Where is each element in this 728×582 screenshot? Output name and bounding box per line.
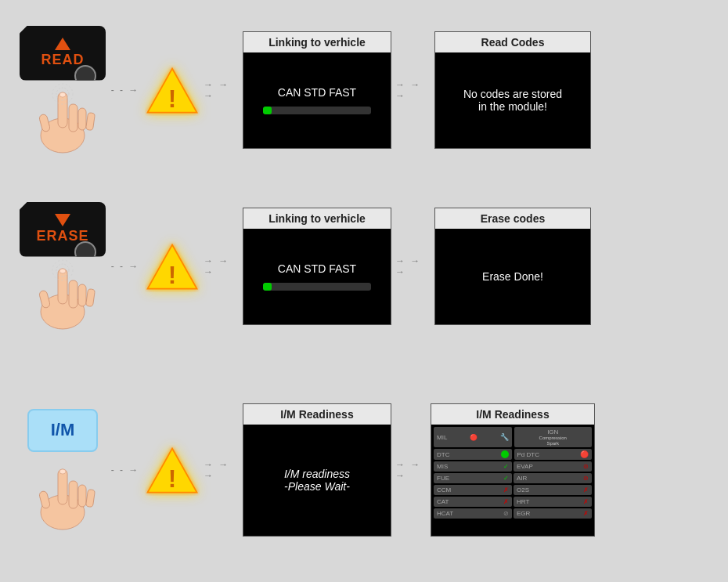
o2s-cell: O2S ✗ <box>514 485 592 495</box>
erasecodes-header: Erase codes <box>435 208 590 229</box>
cat-cell: CAT ✗ <box>434 497 512 507</box>
readcodes-body: No codes are stored in the module! <box>435 52 590 148</box>
linking-body-erase: CAN STD FAST <box>243 229 391 324</box>
dash-arrow-5: → → → <box>204 255 239 277</box>
read-label: READ <box>41 52 84 68</box>
ccm-x: ✗ <box>503 486 509 493</box>
svg-rect-13 <box>69 280 77 308</box>
dtc-green-dot <box>501 450 509 458</box>
mis-label: MIS <box>437 463 448 470</box>
svg-point-17 <box>59 269 66 273</box>
im-waiting-body: I/M readiness -Please Wait- <box>243 425 391 536</box>
egr-label: EGR <box>517 510 530 517</box>
mis-check: ✓ <box>503 463 509 470</box>
read-button[interactable]: READ <box>20 26 106 81</box>
linking-screen-read: Linking to verhicle CAN STD FAST <box>239 31 395 149</box>
svg-rect-15 <box>38 290 50 309</box>
fue-label: FUE <box>437 475 449 482</box>
arrow1-im: - - → <box>110 465 141 475</box>
hcat-cell: HCAT ⊘ <box>434 508 512 519</box>
linking-screen-erase: Linking to verhicle CAN STD FAST <box>239 208 395 325</box>
im-waiting-text: I/M readiness -Please Wait- <box>284 468 350 493</box>
readcodes-text: No codes are stored in the module! <box>463 88 562 113</box>
mis-cell: MIS ✓ <box>434 461 512 472</box>
air-cell: AIR ⊘ <box>514 473 592 483</box>
arrow3-erase: → → → <box>395 255 431 277</box>
linking-header-read: Linking to verhicle <box>243 32 391 52</box>
linking-body-read: CAN STD FAST <box>243 52 391 148</box>
hrt-cell: HRT ✗ <box>514 497 592 507</box>
evap-label: EVAP <box>517 463 533 470</box>
ccm-label: CCM <box>437 486 451 493</box>
hand-icon <box>30 77 96 155</box>
compression-spark-label: CompressionSpark <box>539 436 567 446</box>
dash-arrow-1: - - → <box>111 85 140 96</box>
warning-icon: ! <box>145 65 200 116</box>
hrt-label: HRT <box>517 498 529 505</box>
svg-rect-2 <box>69 104 77 132</box>
erasecodes-text: Erase Done! <box>482 270 543 283</box>
o2s-label: O2S <box>517 486 529 493</box>
can-std-text-erase: CAN STD FAST <box>278 262 356 275</box>
arrow2-erase: → → → <box>204 255 239 277</box>
arrow3-read: → → → <box>395 79 431 101</box>
im-sensor-grid: MIS ✓ EVAP ⊘ FUE ✓ AIR ⊘ <box>434 461 592 519</box>
ign-cell: IGN CompressionSpark <box>514 427 593 447</box>
svg-rect-23 <box>58 469 67 504</box>
svg-text:!: ! <box>168 84 177 112</box>
cat-x: ✗ <box>503 498 509 505</box>
svg-text:!: ! <box>168 464 177 492</box>
im-waiting-screen: I/M Readiness I/M readiness -Please Wait… <box>239 403 395 537</box>
pddtc-cell: Pd DTC 🔴 <box>514 449 593 460</box>
ign-label: IGN <box>547 428 558 436</box>
dash-arrow-7: - - → <box>111 465 140 475</box>
erase-button[interactable]: ERASE <box>20 202 106 257</box>
progress-fill-read <box>263 107 272 114</box>
svg-point-28 <box>59 469 66 474</box>
dash-arrow-6: → → → <box>395 255 431 277</box>
cat-label: CAT <box>437 498 449 505</box>
svg-rect-14 <box>78 284 86 306</box>
arrow2-im: → → → <box>204 459 239 481</box>
warning-triangle-im: ! <box>141 445 204 496</box>
mil-red-dot: 🔴 <box>470 434 478 441</box>
dash-arrow-9: → → → <box>395 459 431 481</box>
warning-triangle-erase: ! <box>141 241 204 292</box>
ccm-cell: CCM ✗ <box>434 485 512 495</box>
svg-rect-5 <box>85 112 95 130</box>
im-waiting-header: I/M Readiness <box>243 404 391 425</box>
erasecodes-screen: Erase codes Erase Done! <box>431 208 595 325</box>
svg-rect-24 <box>69 481 77 508</box>
progress-fill-erase <box>263 283 272 291</box>
dash-arrow-2: → → → <box>204 79 239 101</box>
o2s-x: ✗ <box>583 486 589 493</box>
fue-cell: FUE ✓ <box>434 473 512 483</box>
dash-arrow-4: - - → <box>111 261 140 272</box>
pddtc-icon: 🔴 <box>580 450 589 458</box>
evap-cell: EVAP ⊘ <box>514 461 592 472</box>
im-button[interactable]: I/M <box>27 409 98 452</box>
warning-icon-erase: ! <box>145 241 200 292</box>
erasecodes-body: Erase Done! <box>435 229 590 324</box>
pddtc-label: Pd DTC <box>517 451 539 458</box>
dash-arrow-3: → → → <box>395 79 431 101</box>
svg-rect-1 <box>58 92 67 128</box>
erase-button-col: ERASE <box>16 202 110 331</box>
erase-hand-icon <box>30 253 96 331</box>
svg-rect-27 <box>85 489 95 507</box>
im-result-body: MIL 🔴 🔧 IGN CompressionSpark DTC <box>431 425 594 536</box>
air-label: AIR <box>517 475 527 482</box>
svg-rect-16 <box>85 288 95 306</box>
hcat-label: HCAT <box>437 510 453 517</box>
hrt-x: ✗ <box>583 498 589 505</box>
svg-rect-26 <box>38 490 50 509</box>
im-hand-icon <box>30 454 96 532</box>
can-std-text-read: CAN STD FAST <box>278 86 356 99</box>
svg-rect-12 <box>58 269 67 304</box>
svg-point-6 <box>59 92 66 97</box>
arrow1-read: - - → <box>110 85 141 96</box>
mil-cell: MIL 🔴 🔧 <box>434 427 512 447</box>
arrow1-erase: - - → <box>110 261 141 272</box>
read-row: READ <box>0 16 728 164</box>
dtc-row: DTC Pd DTC 🔴 <box>434 449 592 460</box>
